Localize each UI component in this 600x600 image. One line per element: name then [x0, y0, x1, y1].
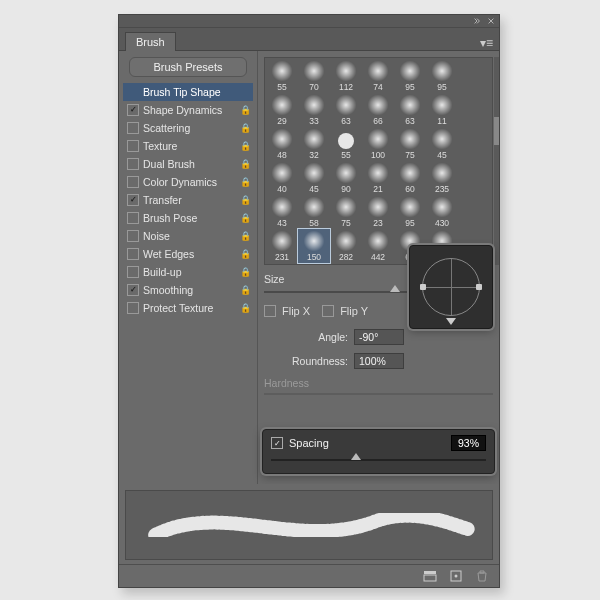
brush-thumb[interactable]: 74: [362, 59, 394, 93]
stroke-preview: [125, 490, 493, 560]
brush-thumb[interactable]: 70: [298, 59, 330, 93]
tab-brush[interactable]: Brush: [125, 32, 176, 51]
lock-icon[interactable]: 🔒: [240, 213, 251, 223]
lock-icon[interactable]: 🔒: [240, 231, 251, 241]
brush-thumb[interactable]: 75: [394, 127, 426, 161]
brush-thumb-size: 90: [341, 184, 350, 194]
brush-thumb[interactable]: 150: [298, 229, 330, 263]
brush-thumb[interactable]: 43: [266, 195, 298, 229]
lock-icon[interactable]: 🔒: [240, 249, 251, 259]
brush-thumb[interactable]: 231: [266, 229, 298, 263]
option-label: Noise: [143, 230, 170, 242]
brush-thumb[interactable]: 60: [394, 161, 426, 195]
option-protect-texture[interactable]: Protect Texture🔒: [123, 299, 253, 317]
option-brush-pose[interactable]: Brush Pose🔒: [123, 209, 253, 227]
option-checkbox[interactable]: [127, 230, 139, 242]
spacing-slider[interactable]: [271, 455, 486, 465]
brush-thumb[interactable]: 55: [330, 127, 362, 161]
lock-icon[interactable]: 🔒: [240, 303, 251, 313]
option-build-up[interactable]: Build-up🔒: [123, 263, 253, 281]
options-sidebar: Brush Presets Brush Tip ShapeShape Dynam…: [119, 51, 258, 484]
option-shape-dynamics[interactable]: Shape Dynamics🔒: [123, 101, 253, 119]
brush-thumb[interactable]: 32: [298, 127, 330, 161]
option-checkbox[interactable]: [127, 248, 139, 260]
option-checkbox[interactable]: [127, 266, 139, 278]
collapse-icon[interactable]: [473, 17, 481, 25]
roundness-field[interactable]: 100%: [354, 353, 404, 369]
brush-thumb[interactable]: 33: [298, 93, 330, 127]
brush-thumb[interactable]: 112: [330, 59, 362, 93]
brush-thumb[interactable]: 95: [426, 59, 458, 93]
option-brush-tip-shape[interactable]: Brush Tip Shape: [123, 83, 253, 101]
brush-thumb[interactable]: 282: [330, 229, 362, 263]
option-checkbox[interactable]: [127, 176, 139, 188]
option-checkbox[interactable]: [127, 194, 139, 206]
lock-icon[interactable]: 🔒: [240, 285, 251, 295]
brush-thumb[interactable]: 63: [394, 93, 426, 127]
thumbnail-scrollbar[interactable]: [494, 57, 499, 265]
option-checkbox[interactable]: [127, 284, 139, 296]
angle-field[interactable]: -90°: [354, 329, 404, 345]
option-texture[interactable]: Texture🔒: [123, 137, 253, 155]
option-checkbox[interactable]: [127, 158, 139, 170]
brush-thumb[interactable]: 100: [362, 127, 394, 161]
brush-thumb[interactable]: 55: [266, 59, 298, 93]
lock-icon[interactable]: 🔒: [240, 177, 251, 187]
brush-thumb[interactable]: 11: [426, 93, 458, 127]
brush-thumb[interactable]: 48: [266, 127, 298, 161]
flip-x-checkbox[interactable]: [264, 305, 276, 317]
brush-thumb[interactable]: 95: [394, 195, 426, 229]
brush-thumb[interactable]: 21: [362, 161, 394, 195]
brush-thumb[interactable]: 58: [298, 195, 330, 229]
option-checkbox[interactable]: [127, 212, 139, 224]
option-checkbox[interactable]: [127, 302, 139, 314]
lock-icon[interactable]: 🔒: [240, 105, 251, 115]
lock-icon[interactable]: 🔒: [240, 159, 251, 169]
brush-thumb-size: 63: [341, 116, 350, 126]
brush-thumbnail-grid[interactable]: 5570112749595293363666311483255100754540…: [264, 57, 493, 265]
brush-thumb[interactable]: 45: [298, 161, 330, 195]
option-wet-edges[interactable]: Wet Edges🔒: [123, 245, 253, 263]
spacing-field[interactable]: 93%: [451, 435, 486, 451]
angle-dial-box[interactable]: [409, 245, 493, 329]
panel-menu-icon[interactable]: ▾≡: [474, 36, 499, 50]
trash-icon[interactable]: [475, 569, 489, 583]
option-checkbox[interactable]: [127, 104, 139, 116]
toggle-preview-icon[interactable]: [423, 569, 437, 583]
brush-thumb[interactable]: 235: [426, 161, 458, 195]
brush-thumb[interactable]: 29: [266, 93, 298, 127]
brush-thumb[interactable]: 442: [362, 229, 394, 263]
option-scattering[interactable]: Scattering🔒: [123, 119, 253, 137]
option-noise[interactable]: Noise🔒: [123, 227, 253, 245]
option-dual-brush[interactable]: Dual Brush🔒: [123, 155, 253, 173]
close-icon[interactable]: [487, 17, 495, 25]
spacing-checkbox[interactable]: [271, 437, 283, 449]
option-transfer[interactable]: Transfer🔒: [123, 191, 253, 209]
lock-icon[interactable]: 🔒: [240, 141, 251, 151]
lock-icon[interactable]: 🔒: [240, 123, 251, 133]
lock-icon[interactable]: 🔒: [240, 267, 251, 277]
option-checkbox[interactable]: [127, 140, 139, 152]
option-checkbox[interactable]: [127, 122, 139, 134]
brush-thumb[interactable]: 63: [330, 93, 362, 127]
option-smoothing[interactable]: Smoothing🔒: [123, 281, 253, 299]
brush-thumb[interactable]: 66: [362, 93, 394, 127]
option-color-dynamics[interactable]: Color Dynamics🔒: [123, 173, 253, 191]
brush-thumb[interactable]: 40: [266, 161, 298, 195]
brush-thumb[interactable]: 430: [426, 195, 458, 229]
brush-thumb-size: 29: [277, 116, 286, 126]
brush-presets-button[interactable]: Brush Presets: [129, 57, 247, 77]
brush-thumb-size: 55: [277, 82, 286, 92]
brush-thumb[interactable]: 75: [330, 195, 362, 229]
brush-thumb[interactable]: 45: [426, 127, 458, 161]
brush-thumb-size: 95: [405, 82, 414, 92]
new-preset-icon[interactable]: [449, 569, 463, 583]
angle-dial[interactable]: [422, 258, 480, 316]
brush-thumb[interactable]: 95: [394, 59, 426, 93]
brush-thumb[interactable]: 90: [330, 161, 362, 195]
brush-thumb-size: 21: [373, 184, 382, 194]
flip-y-checkbox[interactable]: [322, 305, 334, 317]
hardness-slider: [264, 391, 493, 397]
brush-thumb[interactable]: 23: [362, 195, 394, 229]
lock-icon[interactable]: 🔒: [240, 195, 251, 205]
